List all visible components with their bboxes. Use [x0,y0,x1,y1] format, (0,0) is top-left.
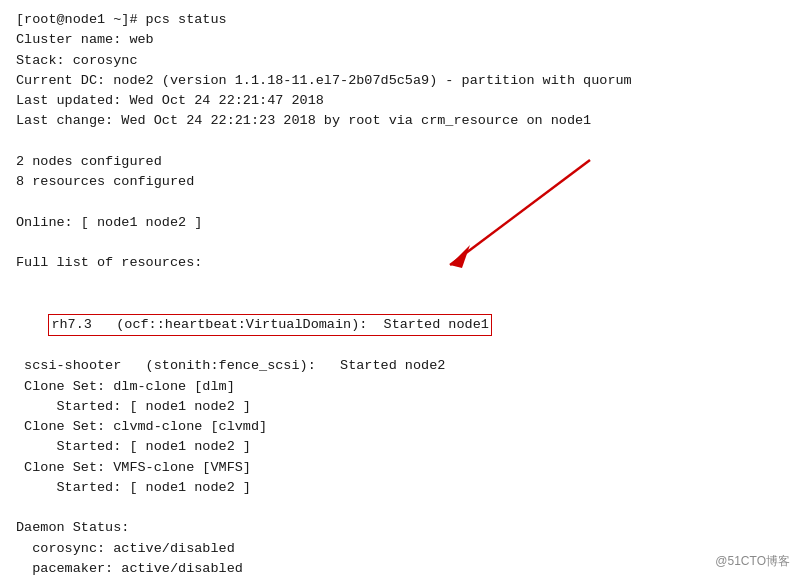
line-5: Last updated: Wed Oct 24 22:21:47 2018 [16,91,784,111]
line-10 [16,192,784,212]
line-21: Clone Set: VMFS-clone [VMFS] [16,458,784,478]
line-18: Started: [ node1 node2 ] [16,397,784,417]
line-11: Online: [ node1 node2 ] [16,213,784,233]
line-17: Clone Set: dlm-clone [dlm] [16,377,784,397]
line-24: Daemon Status: [16,518,784,538]
line-6: Last change: Wed Oct 24 22:21:23 2018 by… [16,111,784,131]
line-2: Cluster name: web [16,30,784,50]
line-16: scsi-shooter (stonith:fence_scsi): Start… [16,356,784,376]
line-3: Stack: corosync [16,51,784,71]
terminal-window: [root@node1 ~]# pcs status Cluster name:… [0,0,800,578]
line-14 [16,273,784,293]
line-20: Started: [ node1 node2 ] [16,437,784,457]
highlighted-resource-row: rh7.3 (ocf::heartbeat:VirtualDomain): St… [48,314,491,336]
line-9: 8 resources configured [16,172,784,192]
line-25: corosync: active/disabled [16,539,784,559]
line-1: [root@node1 ~]# pcs status [16,10,784,30]
line-15-highlighted: rh7.3 (ocf::heartbeat:VirtualDomain): St… [16,294,784,357]
line-13: Full list of resources: [16,253,784,273]
line-7 [16,132,784,152]
line-26: pacemaker: active/disabled [16,559,784,578]
line-23 [16,498,784,518]
watermark: @51CTO博客 [715,553,790,570]
line-22: Started: [ node1 node2 ] [16,478,784,498]
line-12 [16,233,784,253]
line-4: Current DC: node2 (version 1.1.18-11.el7… [16,71,784,91]
line-19: Clone Set: clvmd-clone [clvmd] [16,417,784,437]
line-8: 2 nodes configured [16,152,784,172]
